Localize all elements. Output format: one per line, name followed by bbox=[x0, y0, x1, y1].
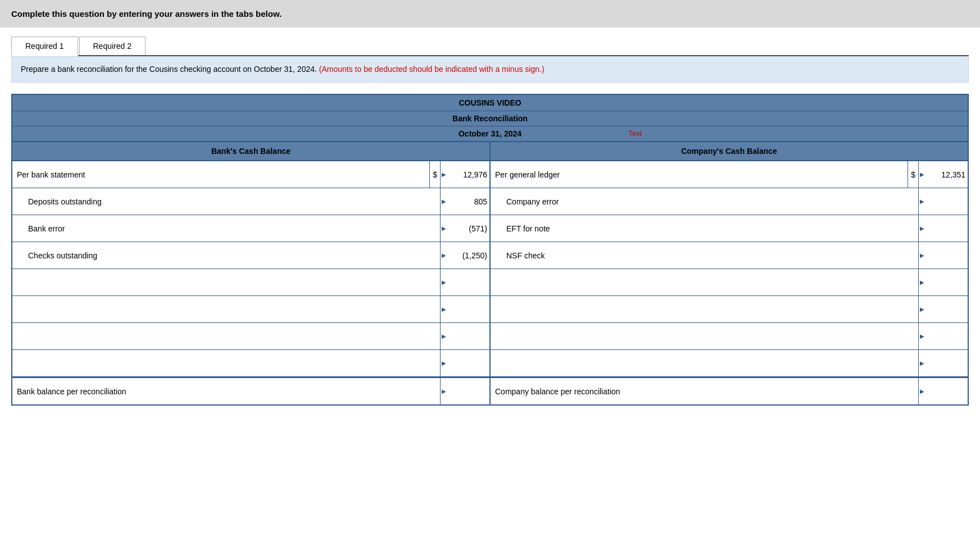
bank-row-label bbox=[12, 350, 440, 376]
bank-row-arrow: ▶ bbox=[441, 252, 447, 258]
company-row-arrow: ▶ bbox=[919, 198, 925, 204]
bank-static-value: (571) bbox=[447, 221, 489, 236]
bank-amount-field[interactable]: ▶ bbox=[441, 323, 489, 349]
bank-total-input-group: ▶ bbox=[440, 378, 489, 404]
bank-row-half: ▶ bbox=[12, 296, 491, 322]
company-total-half: Company balance per reconciliation ▶ bbox=[491, 378, 968, 404]
bank-row-half: Bank error▶(571) bbox=[12, 215, 491, 242]
bank-row-input[interactable] bbox=[447, 304, 489, 315]
company-row-input[interactable] bbox=[925, 250, 968, 261]
bank-total-label: Bank balance per reconciliation bbox=[12, 378, 440, 404]
company-row-input[interactable] bbox=[925, 304, 968, 315]
company-amount-field[interactable]: ▶ bbox=[919, 323, 968, 349]
company-row-arrow: ▶ bbox=[919, 252, 925, 258]
bank-amount-field[interactable]: ▶(571) bbox=[441, 215, 489, 242]
bank-total-field[interactable]: ▶ bbox=[441, 378, 489, 404]
company-total-input-group: ▶ bbox=[918, 378, 968, 404]
bank-row-half: Per bank statement$▶12,976 bbox=[12, 161, 491, 188]
bank-amount-field[interactable]: ▶ bbox=[441, 269, 489, 295]
bank-row-half: ▶ bbox=[12, 350, 491, 376]
company-total-field[interactable]: ▶ bbox=[919, 378, 968, 404]
bank-amount-field[interactable]: ▶ bbox=[441, 350, 489, 376]
table-row: ▶▶ bbox=[12, 350, 968, 377]
table-row: ▶▶ bbox=[12, 323, 968, 350]
company-row-arrow: ▶ bbox=[919, 306, 925, 312]
table-subtitle: Bank Reconciliation bbox=[12, 111, 968, 126]
company-row-input[interactable] bbox=[925, 196, 968, 207]
main-table: COUSINS VIDEO Bank Reconciliation Octobe… bbox=[11, 94, 969, 406]
tab-required-2[interactable]: Required 2 bbox=[79, 37, 146, 55]
company-total-arrow: ▶ bbox=[919, 388, 925, 394]
instructions-box: Prepare a bank reconciliation for the Co… bbox=[11, 56, 969, 83]
bank-static-value: 12,976 bbox=[447, 167, 489, 183]
tabs-container: Required 1 Required 2 bbox=[11, 37, 969, 56]
company-row-label bbox=[491, 350, 918, 376]
company-row-label: Company error bbox=[491, 188, 918, 215]
company-amount-field[interactable]: ▶ bbox=[919, 215, 968, 242]
company-row-half: NSF check▶ bbox=[491, 242, 968, 269]
company-row-arrow: ▶ bbox=[919, 279, 925, 285]
company-row-input[interactable] bbox=[925, 223, 968, 234]
bank-row-arrow: ▶ bbox=[441, 333, 447, 339]
table-row: ▶▶ bbox=[12, 269, 968, 296]
table-row: Checks outstanding▶(1,250)NSF check▶ bbox=[12, 242, 968, 269]
bank-column-header: Bank's Cash Balance bbox=[12, 142, 491, 160]
bank-total-half: Bank balance per reconciliation ▶ bbox=[12, 378, 491, 404]
company-row-input[interactable] bbox=[925, 331, 968, 342]
tab-required-1[interactable]: Required 1 bbox=[11, 37, 78, 56]
bank-total-input[interactable] bbox=[447, 386, 489, 397]
bank-row-label bbox=[12, 323, 440, 349]
company-row-input[interactable] bbox=[925, 358, 968, 369]
text-label: Text bbox=[628, 129, 642, 138]
company-row-half: ▶ bbox=[491, 296, 968, 322]
company-column-header: Company's Cash Balance bbox=[491, 142, 968, 160]
company-row-arrow: ▶ bbox=[919, 225, 925, 231]
company-row-input[interactable] bbox=[925, 277, 968, 288]
company-total-input[interactable] bbox=[925, 386, 968, 397]
bank-row-input[interactable] bbox=[447, 331, 489, 342]
bank-dollar-sign: $ bbox=[430, 161, 441, 188]
company-row-label: Per general ledger bbox=[491, 161, 908, 188]
bank-row-input[interactable] bbox=[447, 277, 489, 288]
bank-static-value: (1,250) bbox=[447, 248, 489, 263]
company-row-label: EFT for note bbox=[491, 215, 918, 242]
bank-static-value: 805 bbox=[447, 194, 489, 210]
company-row-half: ▶ bbox=[491, 323, 968, 349]
company-amount-field[interactable]: ▶ bbox=[919, 188, 968, 215]
bank-row-label: Bank error bbox=[12, 215, 440, 242]
company-amount-field[interactable]: ▶ bbox=[919, 296, 968, 322]
bank-amount-field[interactable]: ▶(1,250) bbox=[441, 242, 489, 269]
bank-row-half: ▶ bbox=[12, 323, 491, 349]
bank-row-arrow: ▶ bbox=[441, 306, 447, 312]
company-row-half: ▶ bbox=[491, 269, 968, 295]
company-static-value: 12,351 bbox=[925, 167, 968, 183]
instruction-bar: Complete this question by entering your … bbox=[0, 0, 980, 28]
company-row-label bbox=[491, 296, 918, 322]
company-amount-field[interactable]: ▶ bbox=[919, 269, 968, 295]
table-date: October 31, 2024 Text bbox=[12, 126, 968, 142]
bank-row-arrow: ▶ bbox=[441, 279, 447, 285]
company-row-label: NSF check bbox=[491, 242, 918, 269]
company-amount-field[interactable]: ▶ bbox=[919, 350, 968, 376]
data-rows: Per bank statement$▶12,976Per general le… bbox=[12, 161, 968, 377]
bank-row-arrow: ▶ bbox=[441, 225, 447, 231]
company-row-half: EFT for note▶ bbox=[491, 215, 968, 242]
bank-row-arrow: ▶ bbox=[441, 360, 447, 366]
bank-row-half: Deposits outstanding▶805 bbox=[12, 188, 491, 215]
table-row: Bank error▶(571)EFT for note▶ bbox=[12, 215, 968, 242]
bank-row-arrow: ▶ bbox=[441, 171, 447, 178]
bank-row-label bbox=[12, 269, 440, 295]
bank-amount-field[interactable]: ▶ bbox=[441, 296, 489, 322]
bank-row-input[interactable] bbox=[447, 358, 489, 369]
company-total-label: Company balance per reconciliation bbox=[491, 378, 918, 404]
company-row-half: Company error▶ bbox=[491, 188, 968, 215]
table-row: Per bank statement$▶12,976Per general le… bbox=[12, 161, 968, 188]
bank-row-label bbox=[12, 296, 440, 322]
company-amount-field: ▶12,351 bbox=[919, 161, 968, 188]
bank-amount-field[interactable]: ▶805 bbox=[441, 188, 489, 215]
company-amount-field[interactable]: ▶ bbox=[919, 242, 968, 269]
bank-row-label: Per bank statement bbox=[12, 161, 429, 188]
company-row-arrow: ▶ bbox=[919, 360, 925, 366]
bank-amount-field: ▶12,976 bbox=[441, 161, 489, 188]
totals-row: Bank balance per reconciliation ▶ Compan… bbox=[12, 377, 968, 404]
